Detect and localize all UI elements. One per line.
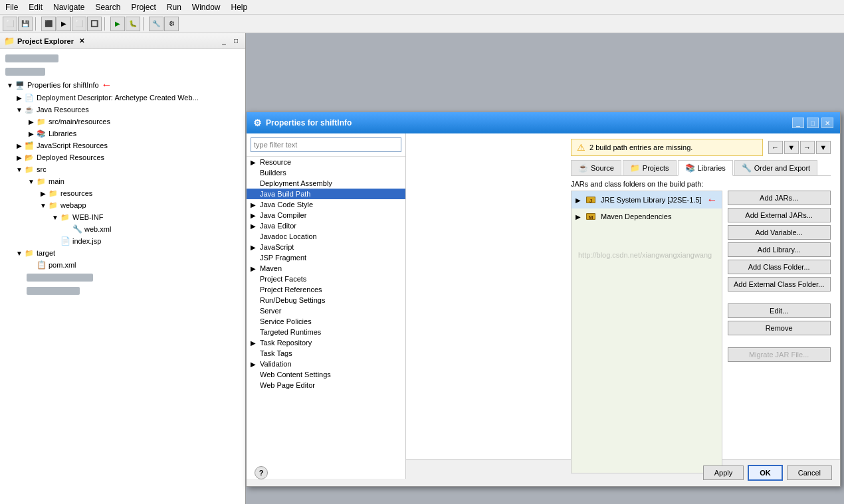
tree-item-libraries[interactable]: ▶ 📚 Libraries xyxy=(0,127,245,139)
dlg-item-maven[interactable]: ▶ Maven xyxy=(247,263,405,274)
tab-libraries[interactable]: 📚 Libraries xyxy=(678,160,733,176)
panel-maximize-btn[interactable]: □ xyxy=(231,37,241,46)
dlg-item-project-refs[interactable]: Project References xyxy=(247,284,405,295)
tree-item-indexjsp[interactable]: 📄 index.jsp xyxy=(0,235,245,247)
build-path-item-jre[interactable]: ▶ J JRE System Library [J2SE-1.5] ← xyxy=(572,191,722,209)
dlg-item-server[interactable]: Server xyxy=(247,305,405,316)
tree-item-js-resources[interactable]: ▶ 🗂️ JavaScript Resources xyxy=(0,139,245,151)
tab-projects[interactable]: 📁 Projects xyxy=(623,160,677,175)
tb-run-btn[interactable]: ▶ xyxy=(110,17,125,31)
tree-toggle-webapp[interactable]: ▼ xyxy=(39,201,48,210)
tb-btn3[interactable]: ⬛ xyxy=(41,17,56,31)
panel-close-icon[interactable]: ✕ xyxy=(79,37,84,44)
add-jars-button[interactable]: Add JARs... xyxy=(728,191,831,205)
dialog-close-btn[interactable]: ✕ xyxy=(821,118,833,128)
tree-toggle-webinf[interactable]: ▼ xyxy=(51,212,60,222)
menu-file[interactable]: File xyxy=(0,1,23,13)
tree-item-java-resources[interactable]: ▼ ☕ Java Resources xyxy=(0,104,245,116)
tree-item-src-main-res[interactable]: ▶ 📁 src/main/resources xyxy=(0,116,245,127)
menu-navigate[interactable]: Navigate xyxy=(48,1,90,13)
menu-edit[interactable]: Edit xyxy=(23,1,48,13)
tb-new-btn[interactable]: ⬜ xyxy=(3,17,17,31)
dlg-item-run-debug[interactable]: Run/Debug Settings xyxy=(247,295,405,305)
dlg-item-resource[interactable]: ▶ Resource xyxy=(247,157,405,167)
menu-project[interactable]: Project xyxy=(126,1,161,13)
tb-btn2[interactable]: 💾 xyxy=(18,17,33,31)
tree-toggle-target[interactable]: ▼ xyxy=(15,248,24,258)
tree-toggle-src[interactable]: ▼ xyxy=(15,165,24,174)
menu-search[interactable]: Search xyxy=(90,1,126,13)
tb-btn6[interactable]: 🔲 xyxy=(87,17,102,31)
tree-toggle-libs[interactable]: ▶ xyxy=(27,129,36,138)
tree-item-webxml[interactable]: 🔧 web.xml xyxy=(0,223,245,235)
dlg-item-web-content[interactable]: Web Content Settings xyxy=(247,369,405,380)
ok-button[interactable]: OK xyxy=(748,465,783,481)
jre-toggle[interactable]: ▶ xyxy=(576,197,585,204)
dlg-item-java-compiler[interactable]: ▶ Java Compiler xyxy=(247,210,405,220)
remove-button[interactable]: Remove xyxy=(728,321,831,335)
dlg-item-java-code-style[interactable]: ▶ Java Code Style xyxy=(247,199,405,210)
migrate-jar-button[interactable]: Migrate JAR File... xyxy=(728,347,831,362)
tree-toggle-shiftinfo[interactable]: ▼ xyxy=(5,80,15,90)
dlg-item-web-page-editor[interactable]: Web Page Editor xyxy=(247,380,405,390)
cancel-button[interactable]: Cancel xyxy=(787,465,832,480)
tb-btn4[interactable]: ▶ xyxy=(56,17,71,31)
help-button[interactable]: ? xyxy=(255,466,268,479)
dlg-item-javascript[interactable]: ▶ JavaScript xyxy=(247,242,405,252)
menu-help[interactable]: Help xyxy=(226,1,253,13)
dialog-minimize-btn[interactable]: _ xyxy=(792,118,804,128)
dlg-item-javadoc[interactable]: Javadoc Location xyxy=(247,231,405,242)
edit-button[interactable]: Edit... xyxy=(728,303,831,318)
add-external-class-folder-button[interactable]: Add External Class Folder... xyxy=(728,277,831,292)
tree-item-target[interactable]: ▼ 📁 target xyxy=(0,247,245,259)
dlg-item-task-tags[interactable]: Task Tags xyxy=(247,348,405,359)
tab-source[interactable]: ☕ Source xyxy=(571,160,621,175)
tree-item-main[interactable]: ▼ 📁 main xyxy=(0,175,245,187)
nav-back-btn[interactable]: ← xyxy=(768,141,783,154)
build-path-item-maven[interactable]: ▶ M Maven Dependencies xyxy=(572,209,722,224)
tree-toggle-main[interactable]: ▼ xyxy=(27,177,36,186)
menu-window[interactable]: Window xyxy=(187,1,226,13)
tree-item-blurred1[interactable] xyxy=(0,52,245,65)
dlg-item-builders[interactable]: Builders xyxy=(247,167,405,178)
nav-forward-btn[interactable]: → xyxy=(800,141,815,154)
tree-item-shiftinfo[interactable]: ▼ 🖥️ Properties for shiftInfo ← xyxy=(0,78,245,92)
nav-forward2-btn[interactable]: ▼ xyxy=(816,141,831,154)
tree-item-pomxml[interactable]: 📋 pom.xml xyxy=(0,259,245,271)
tree-item-resources[interactable]: ▶ 📁 resources xyxy=(0,187,245,199)
tree-item-blurred3[interactable] xyxy=(0,271,245,284)
dlg-item-validation[interactable]: ▶ Validation xyxy=(247,359,405,369)
dlg-item-java-editor[interactable]: ▶ Java Editor xyxy=(247,220,405,231)
tree-item-src[interactable]: ▼ 📁 src xyxy=(0,163,245,175)
tb-debug-btn[interactable]: 🐛 xyxy=(126,17,140,31)
tree-item-blurred4[interactable] xyxy=(0,284,245,297)
add-external-jars-button[interactable]: Add External JARs... xyxy=(728,208,831,222)
add-variable-button[interactable]: Add Variable... xyxy=(728,225,831,240)
panel-minimize-btn[interactable]: _ xyxy=(219,37,229,46)
tree-toggle-deployed[interactable]: ▶ xyxy=(15,153,24,162)
tree-item-blurred2[interactable] xyxy=(0,65,245,78)
nav-dropdown-btn[interactable]: ▼ xyxy=(784,141,799,154)
tb-btn7[interactable]: 🔧 xyxy=(149,17,163,31)
add-library-button[interactable]: Add Library... xyxy=(728,242,831,257)
tree-toggle-resources[interactable]: ▶ xyxy=(39,189,48,198)
maven-toggle[interactable]: ▶ xyxy=(576,213,585,220)
tree-toggle-js[interactable]: ▶ xyxy=(15,141,24,150)
filter-input[interactable] xyxy=(251,137,401,152)
dlg-item-deployment-assembly[interactable]: Deployment Assembly xyxy=(247,178,405,189)
tb-btn8[interactable]: ⚙ xyxy=(164,17,179,31)
tree-toggle-src-main[interactable]: ▶ xyxy=(27,117,36,126)
add-class-folder-button[interactable]: Add Class Folder... xyxy=(728,260,831,274)
tree-toggle-javar[interactable]: ▼ xyxy=(15,105,24,114)
tree-item-webinf[interactable]: ▼ 📁 WEB-INF xyxy=(0,211,245,223)
dialog-restore-btn[interactable]: □ xyxy=(807,118,819,128)
dlg-item-jsp-fragment[interactable]: JSP Fragment xyxy=(247,252,405,263)
menu-run[interactable]: Run xyxy=(161,1,187,13)
tree-item-webapp[interactable]: ▼ 📁 webapp xyxy=(0,199,245,211)
dlg-item-targeted-runtimes[interactable]: Targeted Runtimes xyxy=(247,327,405,337)
dlg-item-service-policies[interactable]: Service Policies xyxy=(247,316,405,327)
tree-item-deployed-resources[interactable]: ▶ 📂 Deployed Resources xyxy=(0,151,245,163)
apply-button[interactable]: Apply xyxy=(703,465,744,480)
dlg-item-java-build-path[interactable]: Java Build Path xyxy=(247,189,405,199)
tab-order-export[interactable]: 🔧 Order and Export xyxy=(734,160,817,175)
